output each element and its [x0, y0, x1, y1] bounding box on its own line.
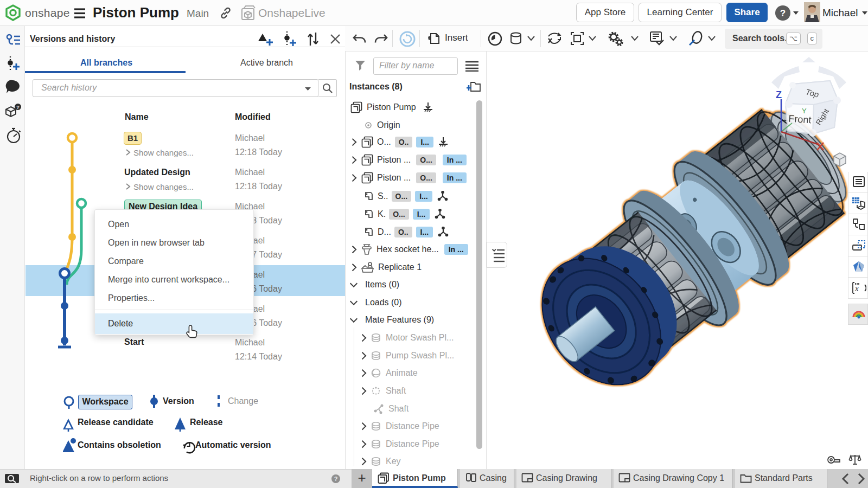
svg-text:?: ? — [334, 476, 338, 482]
svg-text:x: x — [854, 284, 859, 293]
svg-text:?: ? — [16, 105, 20, 110]
svg-text:Y: Y — [802, 107, 807, 115]
svg-text:Z: Z — [776, 89, 782, 100]
svg-text:?: ? — [780, 8, 786, 18]
